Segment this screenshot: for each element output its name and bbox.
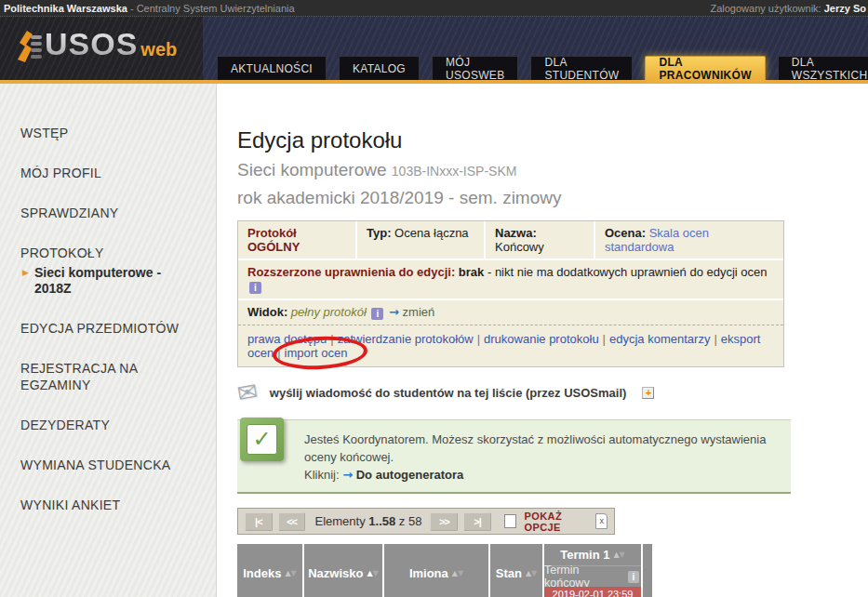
header-stan[interactable]: Stan ▲▼ — [490, 544, 542, 597]
header-indeks-label: Indeks — [243, 566, 281, 580]
sidebar-item-dezyderaty[interactable]: DEZYDERATY — [20, 417, 186, 433]
logged-user: Zalogowany użytkownik: Jerzy So — [710, 3, 866, 14]
link-import-ocen[interactable]: import ocen — [285, 346, 348, 360]
permissions-value: brak — [459, 265, 484, 279]
sidebar-item-sprawdziany[interactable]: SPRAWDZIANY — [20, 205, 186, 221]
link-separator: | — [714, 332, 716, 346]
sort-icons-nazwisko[interactable]: ▲▼ — [367, 569, 378, 577]
protocol-nazwa-cell: Nazwa: Końcowy — [486, 221, 595, 259]
protocol-name-cell: Protokół OGÓLNY — [238, 221, 357, 259]
sort-icons-imiona[interactable]: ▲▼ — [452, 569, 463, 577]
sidebar-item-moj-profil[interactable]: MÓJ PROFIL — [20, 165, 186, 181]
link-separator: | — [603, 332, 606, 346]
site-title: Politechnika Warszawska - Centralny Syst… — [4, 3, 295, 14]
checkmark-icon: ✓ — [240, 418, 284, 461]
sidebar-item-edycja-przedmiotow[interactable]: EDYCJA PRZEDMIOTÓW — [20, 320, 186, 337]
sort-icons-stan[interactable]: ▲▼ — [526, 569, 537, 577]
send-mail-link[interactable]: wyślij wiadomość do studentów na tej liś… — [270, 386, 627, 400]
header-imiona-label: Imiona — [409, 566, 448, 580]
link-separator: | — [330, 332, 333, 346]
pagination-bar: |< << Elementy 1..58 z 58 >> >| POKAŻ OP… — [237, 508, 615, 535]
main-navigation: AKTUALNOŚCI KATALOG MÓJ USOSWEB DLA STUD… — [217, 56, 868, 80]
prev-page-button[interactable]: << — [278, 512, 306, 531]
termin-1-label: Termin 1 — [560, 548, 609, 562]
link-drukowanie[interactable]: drukowanie protokołu — [484, 332, 599, 346]
change-arrow-icon: → — [389, 305, 399, 319]
envelope-icon[interactable]: ✉ — [235, 377, 260, 407]
view-row: Widok: pełny protokół i → zmień — [238, 300, 783, 325]
autogenerator-link[interactable]: Do autogeneratora — [356, 468, 464, 482]
autogen-arrow-icon: → — [342, 468, 353, 482]
view-label: Widok: — [247, 305, 287, 319]
logged-user-name[interactable]: Jerzy So — [824, 3, 866, 14]
pager-range-label: Elementy 1..58 z 58 — [314, 514, 421, 528]
permissions-row: Rozszerzone uprawnienia do edycji: brak … — [238, 260, 783, 300]
link-edycja-komentarzy[interactable]: edycja komentarzy — [609, 332, 710, 346]
page-title: Edycja protokołu — [237, 126, 868, 154]
tab-aktualnosci[interactable]: AKTUALNOŚCI — [217, 56, 327, 80]
sidebar-item-wyniki-ankiet[interactable]: WYNIKI ANKIET — [20, 497, 186, 513]
sidebar-item-wymiana[interactable]: WYMIANA STUDENCKA — [20, 457, 186, 473]
system-name: - Centralny System Uwierzytelniania — [130, 3, 295, 14]
protocol-type-cell: Typ: Ocena łączna — [357, 221, 486, 259]
header-imiona[interactable]: Imiona ▲▼ — [384, 544, 488, 597]
protocol-info-table: Protokół OGÓLNY Typ: Ocena łączna Nazwa:… — [237, 220, 784, 367]
usosweb-logo[interactable]: USOS web — [11, 20, 177, 67]
sidebar-item-protokoly[interactable]: PROTOKOŁY — [20, 245, 186, 261]
show-options-label[interactable]: POKAŻ OPCJE — [525, 511, 588, 533]
termin-koncowy-label: Termin końcowy — [544, 564, 622, 590]
protocol-info-row-1: Protokół OGÓLNY Typ: Ocena łączna Nazwa:… — [238, 221, 783, 260]
export-spreadsheet-icon[interactable]: x — [595, 513, 608, 529]
sidebar-item-wstep[interactable]: WSTĘP — [20, 125, 186, 141]
sort-icons-indeks[interactable]: ▲▼ — [285, 569, 296, 577]
type-label: Typ: — [367, 226, 391, 240]
nazwa-value: Końcowy — [495, 240, 544, 254]
elements-range: 1..58 — [368, 514, 395, 528]
link-zatwierdzanie[interactable]: zatwierdzanie protokołów — [338, 332, 474, 346]
course-code: 103B-INxxx-ISP-SKM — [392, 164, 517, 179]
protocol-name-value: OGÓLNY — [247, 240, 300, 254]
elements-total: 58 — [408, 514, 421, 528]
link-prawa-dostepu[interactable]: prawa dostępu — [247, 332, 327, 346]
type-value: Ocena łączna — [394, 226, 469, 240]
table-header-row: Indeks ▲▼ Nazwisko ▲▼ Imiona ▲▼ Stan ▲▼ — [237, 544, 654, 597]
termin-info-icon[interactable]: i — [628, 571, 639, 583]
checkmark-glyph: ✓ — [247, 424, 277, 455]
students-table: Indeks ▲▼ Nazwisko ▲▼ Imiona ▲▼ Stan ▲▼ — [237, 544, 654, 597]
ocena-label: Ocena: — [605, 226, 646, 240]
header-nazwisko[interactable]: Nazwisko ▲▼ — [304, 544, 382, 597]
permissions-rest: - nikt nie ma dodatkowych uprawnień do e… — [487, 265, 768, 279]
tab-dla-wszystkich[interactable]: DLA WSZYSTKICH — [778, 56, 868, 80]
last-page-button[interactable]: >| — [463, 512, 491, 531]
next-page-button[interactable]: >> — [430, 512, 458, 531]
sidebar: WSTĘP MÓJ PROFIL SPRAWDZIANY PROTOKOŁY ▶… — [0, 84, 217, 597]
sidebar-item-rejestracja[interactable]: REJESTRACJA NA EGZAMINY — [20, 360, 186, 393]
usosmail-external-icon[interactable]: + — [642, 387, 654, 399]
sidebar-subitem-protokol[interactable]: ▶ Sieci komputerowe - 2018Z — [22, 265, 199, 297]
link-separator: | — [477, 332, 480, 346]
header-nazwisko-label: Nazwisko — [308, 566, 363, 580]
protocol-ocena-cell: Ocena: Skala ocen standardowa — [595, 221, 783, 259]
first-page-button[interactable]: |< — [245, 512, 273, 531]
coordinator-text-line2: Kliknij: → Do autogeneratora — [304, 466, 778, 484]
top-auth-bar: Politechnika Warszawska - Centralny Syst… — [0, 0, 868, 17]
permissions-label: Rozszerzone uprawnienia do edycji: — [247, 265, 455, 279]
tab-katalog[interactable]: KATALOG — [339, 56, 420, 80]
elements-word: Elementy — [314, 514, 365, 528]
link-separator: | — [277, 346, 280, 360]
header-indeks[interactable]: Indeks ▲▼ — [237, 544, 302, 597]
header-termin-1: Termin 1 ▲▼ Termin końcowy i 2019-02-01 … — [544, 544, 641, 597]
tab-dla-pracownikow[interactable]: DLA PRACOWNIKÓW — [645, 56, 765, 80]
nazwa-label: Nazwa: — [495, 226, 537, 240]
header-spacer-strip — [643, 544, 652, 597]
view-info-icon[interactable]: i — [371, 308, 383, 320]
tab-dla-studentow[interactable]: DLA STUDENTÓW — [530, 56, 633, 80]
permissions-info-icon[interactable]: i — [249, 282, 261, 294]
logged-user-label: Zalogowany użytkownik: — [710, 3, 821, 14]
view-value: pełny protokół — [291, 305, 367, 319]
header-stan-label: Stan — [496, 566, 522, 580]
show-options-checkbox[interactable] — [504, 514, 516, 528]
tab-moj-usosweb[interactable]: MÓJ USOSWEB — [432, 56, 518, 80]
sort-icons-termin[interactable]: ▲▼ — [613, 551, 624, 559]
change-view-link[interactable]: zmień — [403, 305, 435, 319]
